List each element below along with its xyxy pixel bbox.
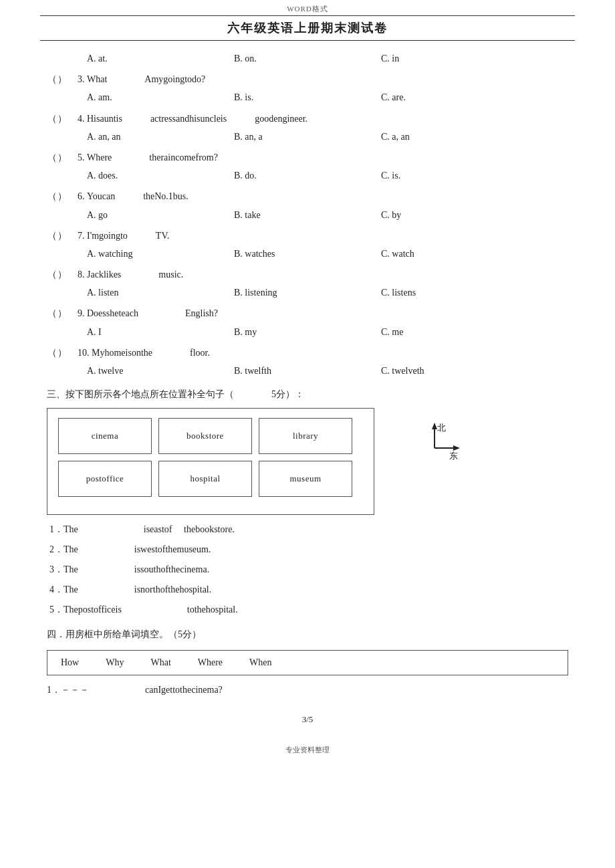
question-8: （ ） 8. Jacklikes music. [47,266,568,283]
choices-row-8: A. listen B. listening C. listens [47,284,568,301]
svg-text:东: 东 [449,451,458,461]
section4-header: 四．用房框中所给单词填空。（5分） [47,626,568,643]
word-what: What [150,657,170,668]
svg-text:北: 北 [437,423,446,433]
word-when: When [249,657,271,668]
bottom-label: 专业资料整理 [40,745,575,760]
map-section: cinema bookstore library postoffice hosp… [47,408,568,515]
map-cell-museum: museum [259,461,352,497]
choices-row-6: A. go B. take C. by [47,207,568,223]
word-where: Where [198,657,223,668]
choice-3a: A. am. [87,89,234,106]
map-cell-hospital: hospital [158,461,252,497]
question-6: （ ） 6. Youcan theNo.1bus. [47,188,568,205]
q3-body: What Amygoingtodo? [87,71,205,88]
word-box-section: How Why What Where When [47,650,568,675]
question-10: （ ） 10. Myhomeisonthe floor. [47,344,568,361]
choices-row-3: A. am. B. is. C. are. [47,89,568,106]
map-grid: cinema bookstore library postoffice hosp… [47,408,374,515]
choice-a: A. at. [87,50,234,67]
top-label: WORD格式 [40,0,575,15]
section3-header: 三、按下图所示各个地点所在位置补全句子（ 5分）： [47,386,568,403]
choice-3c: C. are. [381,89,528,106]
map-cell-library: library [259,418,352,454]
word-box: How Why What Where When [47,650,568,675]
question-7: （ ） 7. I'mgoingto TV. [47,227,568,244]
question-5: （ ） 5. Where theraincomefrom? [47,149,568,166]
fill-line-3: 3．The issouthofthecinema. [47,560,568,579]
fill-sentences: 1．The iseastof thebookstore. 2．The iswes… [47,520,568,619]
map-cell-postoffice: postoffice [58,461,152,497]
choices-row-9: A. I B. my C. me [47,324,568,340]
map-cell-bookstore: bookstore [158,418,252,454]
svg-marker-1 [432,423,437,429]
fill-line-1: 1．The iseastof thebookstore. [47,520,568,539]
map-cell-cinema: cinema [58,418,152,454]
question-4: （ ） 4. Hisauntis actressandhisuncleis go… [47,110,568,127]
fill-line-4: 4．The isnorthofthehospital. [47,580,568,599]
choices-row-7: A. watching B. watches C. watch [47,245,568,262]
choice-b: B. on. [234,50,381,67]
word-how: How [61,657,79,668]
question-3: （ ） 3. What Amygoingtodo? [47,71,568,88]
last-question: 1．－－－ canIgettothecinema? [47,681,568,699]
choices-row-4: A. an, an B. an, a C. a, an [47,128,568,145]
svg-marker-3 [453,445,460,451]
question-9: （ ） 9. Doessheteach English? [47,305,568,322]
page-title: 六年级英语上册期末测试卷 [40,15,575,41]
choices-row-blank: A. at. B. on. C. in [47,50,568,67]
compass: 北 东 [408,421,461,475]
paren-open: （ [47,71,57,88]
fill-line-5: 5．Thepostofficeis tothehospital. [47,601,568,619]
word-why: Why [106,657,124,668]
choices-row-10: A. twelve B. twelfth C. twelveth [47,362,568,379]
choices-row-5: A. does. B. do. C. is. [47,167,568,184]
fill-line-2: 2．The iswestofthemuseum. [47,540,568,559]
choice-c: C. in [381,50,528,67]
q3-text: 3. [78,71,85,88]
choice-3b: B. is. [234,89,381,106]
paren-close: ） [57,71,78,88]
page-number: 3/5 [40,714,575,725]
